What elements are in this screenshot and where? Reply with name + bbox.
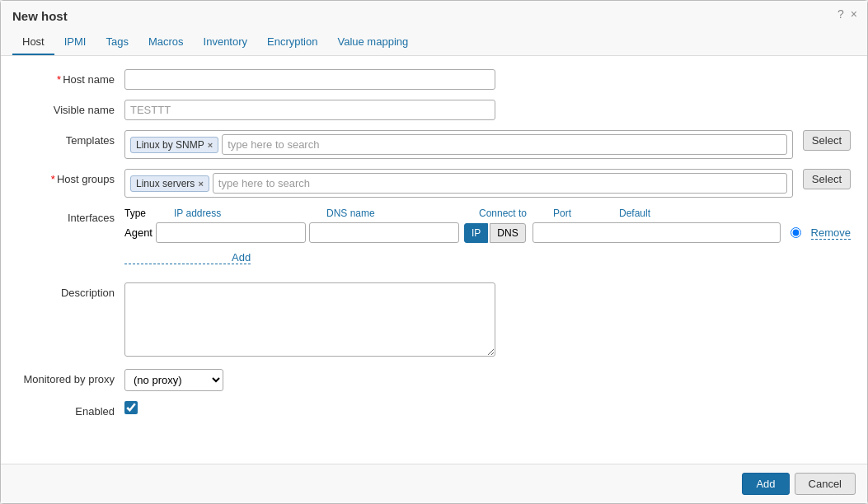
visible-name-field (124, 100, 495, 120)
host-name-input[interactable]: TESTTT (124, 69, 495, 90)
hostgroups-input-row: Linux servers × Select (124, 169, 851, 198)
tab-macros[interactable]: Macros (138, 30, 194, 55)
proxy-field: (no proxy) (124, 369, 851, 391)
col-type-header: Type (124, 208, 174, 219)
close-icon[interactable]: × (851, 7, 857, 21)
templates-tag-container[interactable]: Linux by SNMP × (124, 130, 793, 159)
hostgroup-tag-remove[interactable]: × (198, 179, 203, 189)
visible-name-row: Visible name (17, 100, 851, 120)
new-host-dialog: New host ? × Host IPMI Tags Macros Inven… (0, 0, 868, 504)
enabled-row: Enabled (17, 401, 851, 418)
interfaces-row: Interfaces Type IP address DNS name Conn… (17, 208, 851, 273)
dialog-footer: Add Cancel (1, 464, 867, 503)
interfaces-label: Interfaces (17, 208, 124, 224)
description-label: Description (17, 282, 124, 299)
connect-btn-group: IP DNS (464, 223, 526, 243)
templates-container: Linux by SNMP × (124, 130, 793, 159)
description-field (124, 282, 495, 359)
agent-ip-input[interactable]: IP DU NOEUD (156, 222, 306, 243)
dialog-header: New host ? × Host IPMI Tags Macros Inven… (1, 1, 867, 56)
hostgroups-search-input[interactable] (213, 173, 787, 194)
templates-select-button[interactable]: Select (803, 130, 851, 151)
enabled-field (124, 401, 851, 417)
visible-name-label: Visible name (17, 100, 124, 116)
templates-field: Linux by SNMP × Select (124, 130, 851, 159)
port-input[interactable]: 10050 (533, 222, 781, 243)
templates-search-input[interactable] (222, 134, 787, 155)
tab-encryption[interactable]: Encryption (257, 30, 327, 55)
col-dns-header: DNS name (326, 208, 479, 219)
enabled-checkbox[interactable] (124, 401, 138, 414)
visible-name-input[interactable] (124, 100, 495, 120)
tab-inventory[interactable]: Inventory (194, 30, 257, 55)
hostgroups-select-button[interactable]: Select (803, 169, 851, 189)
templates-input-row: Linux by SNMP × Select (124, 130, 851, 159)
hostgroups-container: Linux servers × (124, 169, 793, 198)
tab-value-mapping[interactable]: Value mapping (327, 30, 418, 55)
agent-dns-input[interactable] (309, 222, 459, 243)
add-link-container: Add (124, 248, 851, 273)
description-textarea[interactable] (124, 282, 495, 357)
tab-ipmi[interactable]: IPMI (54, 30, 96, 55)
proxy-select[interactable]: (no proxy) (124, 369, 223, 391)
host-groups-label: *Host groups (17, 169, 124, 185)
templates-label: Templates (17, 130, 124, 147)
host-name-row: *Host name TESTTT (17, 69, 851, 90)
description-row: Description (17, 282, 851, 359)
hostgroup-tag: Linux servers × (130, 175, 209, 192)
col-connect-header: Connect to (479, 208, 553, 219)
host-name-label: *Host name (17, 69, 124, 86)
template-tag: Linux by SNMP × (130, 137, 218, 153)
col-port-header: Port (553, 208, 619, 219)
interfaces-col-headers: Type IP address DNS name Connect to Port… (124, 208, 851, 219)
required-star: * (57, 73, 61, 86)
default-radio-container (791, 227, 801, 238)
agent-label: Agent (124, 226, 152, 239)
dialog-body: *Host name TESTTT Visible name Templates (1, 56, 867, 441)
hostgroups-tag-container[interactable]: Linux servers × (124, 169, 793, 198)
template-tag-remove[interactable]: × (208, 140, 213, 150)
connect-ip-btn[interactable]: IP (464, 223, 488, 243)
tab-host[interactable]: Host (12, 30, 54, 55)
tabs-container: Host IPMI Tags Macros Inventory Encrypti… (12, 30, 856, 55)
dialog-title: New host (12, 9, 856, 23)
dialog-controls: ? × (838, 7, 857, 21)
col-ip-header: IP address (174, 208, 326, 219)
remove-link[interactable]: Remove (811, 226, 851, 240)
enabled-label: Enabled (17, 401, 124, 418)
proxy-label: Monitored by proxy (17, 369, 124, 385)
col-default-header: Default (619, 208, 669, 219)
template-tag-label: Linux by SNMP (136, 139, 204, 151)
host-name-field: TESTTT (124, 69, 495, 90)
agent-row: Agent IP DU NOEUD IP DNS 10050 Remove (124, 222, 851, 243)
proxy-row: Monitored by proxy (no proxy) (17, 369, 851, 391)
interfaces-field: Type IP address DNS name Connect to Port… (124, 208, 851, 273)
default-radio[interactable] (791, 227, 801, 238)
connect-dns-btn[interactable]: DNS (490, 223, 525, 243)
help-icon[interactable]: ? (838, 7, 844, 21)
hostgroup-tag-label: Linux servers (136, 178, 195, 189)
add-interface-link[interactable]: Add (124, 251, 251, 264)
host-groups-field: Linux servers × Select (124, 169, 851, 198)
add-button[interactable]: Add (742, 473, 789, 495)
cancel-button[interactable]: Cancel (795, 473, 856, 495)
templates-row: Templates Linux by SNMP × Select (17, 130, 851, 159)
host-groups-row: *Host groups Linux servers × Select (17, 169, 851, 198)
required-star-2: * (51, 173, 55, 185)
tab-tags[interactable]: Tags (96, 30, 138, 55)
